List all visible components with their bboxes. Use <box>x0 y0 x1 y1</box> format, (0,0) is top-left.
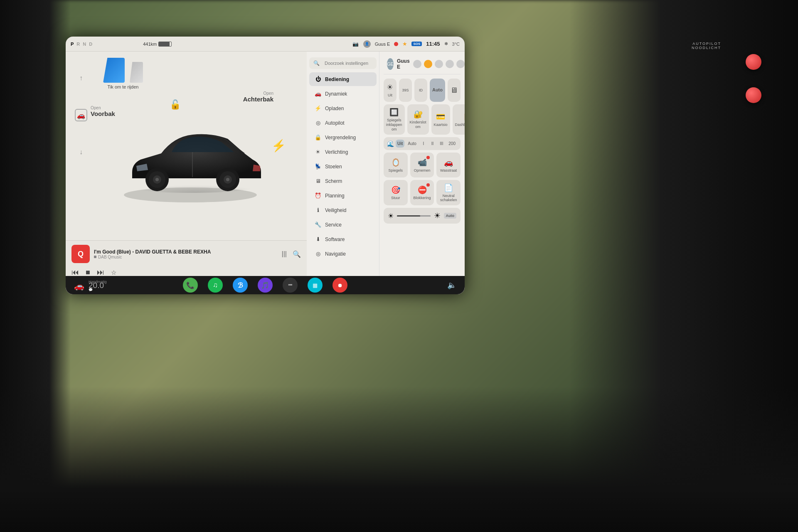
nav-item-stoelen[interactable]: 💺 Stoelen <box>309 160 377 173</box>
search-icon[interactable]: 🔍 <box>293 250 301 258</box>
record-btn[interactable]: 📹 Opnemen <box>410 153 434 177</box>
favorite-button[interactable]: ☆ <box>111 269 116 276</box>
wiper-btn-2[interactable]: II <box>429 140 436 148</box>
prev-button[interactable]: ⏮ <box>71 268 79 277</box>
neutral-icon: 📄 <box>444 183 453 192</box>
user-dot-5[interactable] <box>456 60 465 68</box>
favorite-star: ★ <box>402 41 407 47</box>
battery-info: 441km <box>143 42 172 47</box>
spotify-icon: ♫ <box>213 281 218 289</box>
settings-content: GE Guus E ☀ Uit 39S <box>379 52 465 294</box>
record-label: Opnemen <box>414 168 431 172</box>
carwash-btn[interactable]: 🚗 Wasstraat <box>436 153 461 177</box>
equalizer-icon[interactable]: ||| <box>282 250 287 258</box>
blokkering-label: Blokkering <box>413 196 431 200</box>
nav-item-veiligheid[interactable]: ℹ Veiligheid <box>309 203 377 217</box>
blokkering-btn[interactable]: ⛔ Blokkering <box>410 180 434 205</box>
wiper-btn-1[interactable]: I <box>420 140 427 148</box>
nav-label-navigatie: Navigatie <box>325 251 346 257</box>
nav-item-verlichting[interactable]: ☀ Verlichting <box>309 145 377 159</box>
display-control-row: ☀ Uit 39S ID Auto 🖥 <box>384 79 461 102</box>
keycard-btn[interactable]: 💳 Kaartsio <box>431 104 450 135</box>
taskbar-spotify[interactable]: ♫ <box>208 278 223 293</box>
nav-item-navigatie[interactable]: ◎ Navigatie <box>309 247 377 261</box>
nav-item-dynamiek[interactable]: 🚗 Dynamiek <box>309 87 377 101</box>
user-name-settings: Guus E <box>397 58 410 70</box>
taskbar-more[interactable]: ••• <box>283 278 298 293</box>
stop-button[interactable]: ■ <box>86 268 90 277</box>
rec-taskbar-icon: ⏺ <box>337 282 343 288</box>
battery-fill <box>159 42 170 46</box>
brightness-slider[interactable] <box>397 215 431 217</box>
media-info: I'm Good (Blue) - DAVID GUETTA & BEBE RE… <box>94 249 278 259</box>
car-svg <box>111 106 269 205</box>
settings-search[interactable]: 🔍 <box>309 57 377 69</box>
brightness-row: ☀ ☀ Auto <box>384 208 461 224</box>
nav-item-vergrendeling[interactable]: 🔒 Vergrendeling <box>309 131 377 144</box>
settings-search-input[interactable] <box>325 61 372 66</box>
nav-item-planning[interactable]: ⏰ Planning <box>309 189 377 202</box>
nav-label-autopilot: Autopilot <box>325 120 345 126</box>
nav-icon-navigatie: ◎ <box>314 251 322 257</box>
nav-icon-stoelen: 💺 <box>314 163 322 170</box>
car-image <box>99 97 282 214</box>
brightness-auto[interactable]: Auto <box>444 213 457 219</box>
arrow-up-btn[interactable]: ↑ <box>75 72 87 84</box>
nav-icon-dynamiek: 🚗 <box>314 91 322 97</box>
media-source: DAB Qmusic <box>94 255 278 259</box>
user-dot-1[interactable] <box>413 60 421 68</box>
taskbar-rec[interactable]: ⏺ <box>332 278 347 293</box>
wiper-btn-uit[interactable]: Uit <box>396 140 404 148</box>
wiper-btn-auto[interactable]: Auto <box>406 140 418 148</box>
taskbar-widget[interactable]: ▦ <box>308 278 323 293</box>
next-button[interactable]: ⏭ <box>97 268 104 277</box>
wiper-btn-3[interactable]: III <box>438 140 446 148</box>
nav-item-scherm[interactable]: 🖥 Scherm <box>309 174 377 188</box>
taskbar-bluetooth[interactable]: ℬ <box>233 278 248 293</box>
user-dot-4[interactable] <box>446 60 454 68</box>
user-dot-2[interactable] <box>424 60 432 68</box>
display-btn-id[interactable]: ID <box>414 79 427 102</box>
volume-control[interactable]: 🔈 <box>447 281 456 290</box>
physical-button-2[interactable] <box>746 87 761 103</box>
physical-button-1[interactable] <box>746 54 761 70</box>
taskbar-phone[interactable]: 📞 <box>183 278 198 293</box>
nav-icon-bediening: ⏻ <box>314 76 322 82</box>
glovebox-btn[interactable]: 📋 Dashboardkast <box>453 104 465 135</box>
nav-item-opladen[interactable]: ⚡ Opladen <box>309 101 377 115</box>
wiper-area[interactable]: Tik om te rijden <box>103 58 143 89</box>
steer-btn[interactable]: 🎯 Stuur <box>384 180 408 205</box>
nav-label-bediening: Bediening <box>325 76 349 82</box>
user-dot-3[interactable] <box>435 60 443 68</box>
display-id-label: ID <box>419 88 423 93</box>
mirror-btn[interactable]: 🪞 Spiegels <box>384 153 408 177</box>
neutral-btn[interactable]: 📄 Neutral schakelen <box>436 180 461 205</box>
display-btn-uit[interactable]: ☀ Uit <box>384 79 397 102</box>
door-rear-open-label: Open <box>243 91 273 96</box>
nav-icon-planning: ⏰ <box>314 192 322 199</box>
arrow-down-btn[interactable]: ↓ <box>75 146 87 158</box>
prnd-display: P R N D <box>71 42 93 47</box>
media-logo: Q <box>71 245 90 263</box>
display-btn-screen[interactable]: 🖥 <box>448 79 461 102</box>
nav-item-service[interactable]: 🔧 Service <box>309 218 377 232</box>
temp-display: 3°C <box>452 42 460 47</box>
display-btn-39s[interactable]: 39S <box>399 79 412 102</box>
neutral-label: Neutral schakelen <box>439 194 458 202</box>
steer-icon: 🎯 <box>391 185 400 195</box>
nav-item-software[interactable]: ⬇ Software <box>309 232 377 246</box>
taskbar-media[interactable]: 🎵 <box>258 278 273 293</box>
nav-item-autopilot[interactable]: ◎ Autopilot <box>309 116 377 130</box>
mirror-grid-icon: 🪞 <box>391 158 400 167</box>
childlock-btn[interactable]: 🔐 Kinderslot om <box>407 104 429 135</box>
charging-bolt: ⚡ <box>271 139 286 153</box>
gear-p: P <box>71 42 74 47</box>
nav-item-bediening[interactable]: ⏻ Bediening <box>309 72 377 86</box>
wiper-btn-200[interactable]: 200 <box>447 140 457 148</box>
bluetooth-icon: ℬ <box>238 281 243 289</box>
display-btn-auto[interactable]: Auto <box>430 79 445 102</box>
wiper-gray-icon <box>130 62 143 83</box>
blokkering-icon: ⛔ <box>418 185 427 195</box>
mirrors-fold-btn[interactable]: 🔲 Spiegels inklappen om <box>384 104 405 135</box>
taskbar: 🚗 Handmatig 20.0 💬 📞 ♫ ℬ 🎵 ••• ▦ ⏺ 🔈 <box>66 276 465 294</box>
